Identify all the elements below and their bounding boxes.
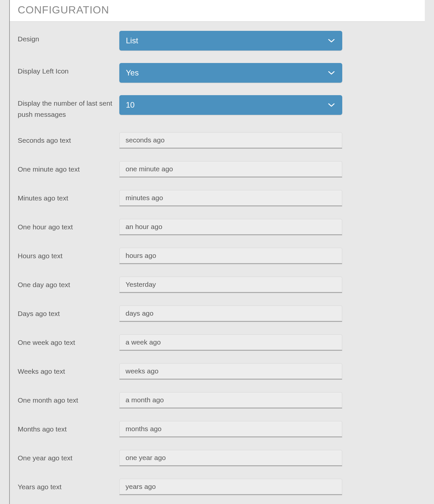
input-years-ago[interactable]: [119, 479, 342, 495]
chevron-down-icon: [328, 101, 335, 109]
label-one-month-ago: One month ago text: [18, 392, 119, 406]
row-minutes-ago: Minutes ago text: [18, 190, 417, 206]
label-days-ago: Days ago text: [18, 305, 119, 319]
label-one-day-ago: One day ago text: [18, 277, 119, 290]
label-months-ago: Months ago text: [18, 421, 119, 435]
label-one-year-ago: One year ago text: [18, 450, 119, 464]
control-wrap-one-minute-ago: [119, 161, 342, 178]
label-hours-ago: Hours ago text: [18, 248, 119, 262]
label-one-hour-ago: One hour ago text: [18, 219, 119, 233]
control-wrap-years-ago: [119, 479, 342, 495]
input-weeks-ago[interactable]: [119, 363, 342, 380]
input-hours-ago[interactable]: [119, 248, 342, 264]
input-one-week-ago[interactable]: [119, 334, 342, 351]
label-one-week-ago: One week ago text: [18, 334, 119, 348]
control-wrap-hours-ago: [119, 248, 342, 264]
configuration-page: CONFIGURATION Design List Display Left I…: [0, 0, 434, 504]
control-wrap-one-year-ago: [119, 450, 342, 466]
control-wrap-one-day-ago: [119, 277, 342, 293]
panel-body: Design List Display Left Icon Yes: [10, 22, 425, 504]
control-wrap-weeks-ago: [119, 363, 342, 380]
control-wrap-seconds-ago: [119, 132, 342, 149]
row-design: Design List: [18, 31, 417, 51]
input-one-day-ago[interactable]: [119, 277, 342, 293]
select-display-left-icon-value: Yes: [126, 68, 139, 77]
row-weeks-ago: Weeks ago text: [18, 363, 417, 380]
label-weeks-ago: Weeks ago text: [18, 363, 119, 377]
row-one-week-ago: One week ago text: [18, 334, 417, 351]
configuration-panel: CONFIGURATION Design List Display Left I…: [9, 0, 425, 504]
input-one-hour-ago[interactable]: [119, 219, 342, 235]
control-wrap-display-left-icon: Yes: [119, 63, 342, 83]
row-display-number: Display the number of last sent push mes…: [18, 95, 417, 120]
select-design-value: List: [126, 36, 138, 45]
control-wrap-one-hour-ago: [119, 219, 342, 235]
chevron-down-icon: [328, 69, 335, 76]
select-display-left-icon[interactable]: Yes: [119, 63, 342, 83]
input-months-ago[interactable]: [119, 421, 342, 437]
control-wrap-one-week-ago: [119, 334, 342, 351]
control-wrap-design: List: [119, 31, 342, 51]
control-wrap-one-month-ago: [119, 392, 342, 409]
row-days-ago: Days ago text: [18, 305, 417, 322]
input-one-minute-ago[interactable]: [119, 161, 342, 178]
row-one-day-ago: One day ago text: [18, 277, 417, 293]
label-minutes-ago: Minutes ago text: [18, 190, 119, 204]
input-one-month-ago[interactable]: [119, 392, 342, 409]
select-display-number[interactable]: 10: [119, 95, 342, 115]
select-design[interactable]: List: [119, 31, 342, 51]
page-title: CONFIGURATION: [18, 4, 417, 16]
select-display-number-value: 10: [126, 100, 135, 110]
chevron-down-icon: [328, 37, 335, 44]
control-wrap-months-ago: [119, 421, 342, 437]
row-one-year-ago: One year ago text: [18, 450, 417, 466]
row-months-ago: Months ago text: [18, 421, 417, 437]
label-display-left-icon: Display Left Icon: [18, 63, 119, 77]
row-years-ago: Years ago text: [18, 479, 417, 495]
input-days-ago[interactable]: [119, 305, 342, 322]
control-wrap-minutes-ago: [119, 190, 342, 206]
input-minutes-ago[interactable]: [119, 190, 342, 206]
panel-header: CONFIGURATION: [10, 0, 425, 22]
label-one-minute-ago: One minute ago text: [18, 161, 119, 175]
row-hours-ago: Hours ago text: [18, 248, 417, 264]
input-seconds-ago[interactable]: [119, 132, 342, 149]
row-one-minute-ago: One minute ago text: [18, 161, 417, 178]
row-display-left-icon: Display Left Icon Yes: [18, 63, 417, 83]
input-one-year-ago[interactable]: [119, 450, 342, 466]
label-seconds-ago: Seconds ago text: [18, 132, 119, 146]
control-wrap-days-ago: [119, 305, 342, 322]
row-one-hour-ago: One hour ago text: [18, 219, 417, 235]
label-design: Design: [18, 31, 119, 45]
control-wrap-display-number: 10: [119, 95, 342, 115]
label-display-number: Display the number of last sent push mes…: [18, 95, 119, 120]
row-seconds-ago: Seconds ago text: [18, 132, 417, 149]
row-one-month-ago: One month ago text: [18, 392, 417, 409]
label-years-ago: Years ago text: [18, 479, 119, 493]
